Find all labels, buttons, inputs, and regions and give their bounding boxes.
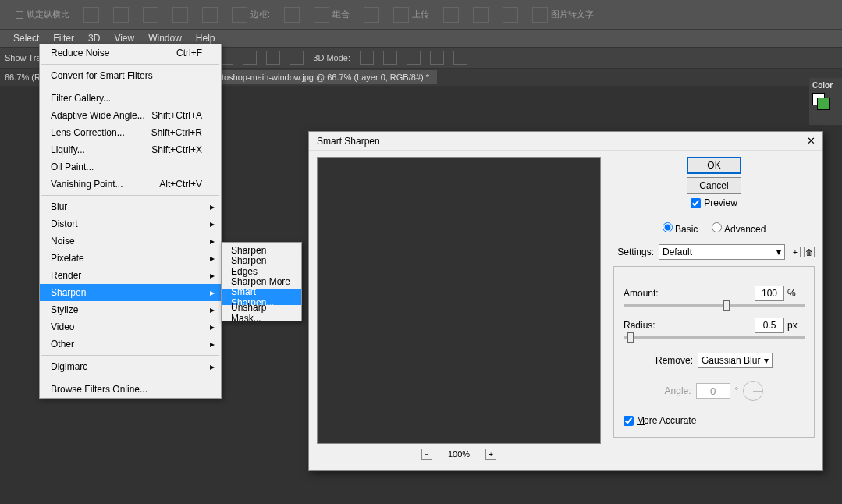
tool-icon-4[interactable] xyxy=(172,7,188,23)
tool-icon-7[interactable] xyxy=(364,7,379,23)
3d-mode-label: 3D Mode: xyxy=(313,53,350,62)
angle-dial xyxy=(743,381,763,401)
submenu-arrow-icon: ▸ xyxy=(210,270,215,281)
menu-lens-correction[interactable]: Lens Correction...Shift+Ctrl+R xyxy=(40,124,221,141)
tool-icon-3[interactable] xyxy=(143,7,158,23)
tool-icon-10[interactable] xyxy=(503,7,518,23)
menu-pixelate[interactable]: Pixelate▸ xyxy=(40,250,221,267)
opt-icon[interactable] xyxy=(243,51,257,65)
delete-preset-icon[interactable]: 🗑 xyxy=(804,247,815,257)
menu-digimarc[interactable]: Digimarc▸ xyxy=(40,358,221,375)
zoom-out-button[interactable]: − xyxy=(421,449,432,460)
menu-distort[interactable]: Distort▸ xyxy=(40,215,221,232)
opt-icon[interactable] xyxy=(290,51,304,65)
tool-icon-8[interactable] xyxy=(443,7,459,23)
menu-blur[interactable]: Blur▸ xyxy=(40,198,221,215)
menu-adaptive-wide-angle[interactable]: Adaptive Wide Angle...Shift+Ctrl+A xyxy=(40,107,221,124)
tool-icon-6[interactable] xyxy=(284,7,300,23)
menu-reduce-noise[interactable]: Reduce NoiseCtrl+F xyxy=(40,44,221,62)
amount-slider[interactable] xyxy=(624,304,805,307)
submenu-arrow-icon: ▸ xyxy=(210,339,215,350)
tool-icon-9[interactable] xyxy=(473,7,489,23)
radius-unit: px xyxy=(787,320,805,331)
dialog-title: Smart Sharpen xyxy=(317,136,380,147)
angle-input xyxy=(696,383,730,399)
settings-preset-select[interactable]: Default▾ xyxy=(659,244,785,260)
smart-sharpen-dialog: Smart Sharpen ✕ − 100% + OK Cancel Previ… xyxy=(308,131,823,471)
submenu-unsharp-mask[interactable]: Unsharp Mask... xyxy=(222,305,301,321)
more-accurate-checkbox[interactable] xyxy=(624,416,634,426)
more-accurate-label: More Accurate xyxy=(637,415,696,426)
submenu-arrow-icon: ▸ xyxy=(210,236,215,247)
color-panel-title: Color xyxy=(812,81,839,90)
filter-menu: Reduce NoiseCtrl+F Convert for Smart Fil… xyxy=(39,44,222,399)
submenu-arrow-icon: ▸ xyxy=(210,287,215,298)
chevron-down-icon: ▾ xyxy=(764,355,769,366)
combine-option[interactable]: 组合 xyxy=(314,7,350,23)
upload-option[interactable]: 上传 xyxy=(393,7,429,23)
close-icon[interactable]: ✕ xyxy=(804,134,818,148)
tool-icon-2[interactable] xyxy=(113,7,129,23)
document-tab[interactable]: -photoshop-main-window.jpg @ 66.7% (Laye… xyxy=(197,70,437,84)
3d-icon[interactable] xyxy=(453,51,467,65)
3d-icon[interactable] xyxy=(407,51,421,65)
menu-filter-gallery[interactable]: Filter Gallery... xyxy=(40,90,221,107)
submenu-arrow-icon: ▸ xyxy=(210,201,215,212)
3d-icon[interactable] xyxy=(360,51,374,65)
sharpen-submenu: Sharpen Sharpen Edges Sharpen More Smart… xyxy=(221,242,302,321)
radius-slider[interactable] xyxy=(624,336,805,339)
submenu-arrow-icon: ▸ xyxy=(210,321,215,332)
amount-label: Amount: xyxy=(624,288,664,299)
submenu-arrow-icon: ▸ xyxy=(210,304,215,315)
3d-icon[interactable] xyxy=(430,51,444,65)
radius-input[interactable] xyxy=(755,318,784,333)
menu-render[interactable]: Render▸ xyxy=(40,267,221,284)
submenu-sharpen-edges[interactable]: Sharpen Edges xyxy=(222,258,301,274)
3d-icon[interactable] xyxy=(383,51,397,65)
menu-browse-filters[interactable]: Browse Filters Online... xyxy=(40,381,221,398)
radius-label: Radius: xyxy=(624,320,664,331)
amount-input[interactable] xyxy=(755,286,784,301)
submenu-arrow-icon: ▸ xyxy=(210,218,215,229)
tool-icon-1[interactable] xyxy=(83,7,99,23)
amount-unit: % xyxy=(787,288,805,299)
ok-button[interactable]: OK xyxy=(687,157,741,174)
opt-icon[interactable] xyxy=(266,51,280,65)
chevron-down-icon: ▾ xyxy=(776,247,781,257)
angle-label: Angle: xyxy=(665,385,691,396)
tool-icon-5[interactable] xyxy=(202,7,218,23)
color-swatch[interactable] xyxy=(812,93,830,110)
save-preset-icon[interactable]: + xyxy=(790,247,801,257)
img2text-option[interactable]: 图片转文字 xyxy=(532,7,594,23)
preview-image xyxy=(317,157,601,444)
menu-stylize[interactable]: Stylize▸ xyxy=(40,301,221,318)
zoom-level: 100% xyxy=(448,449,470,459)
menu-other[interactable]: Other▸ xyxy=(40,335,221,353)
settings-label: Settings: xyxy=(613,247,654,257)
zoom-in-button[interactable]: + xyxy=(485,449,496,460)
preview-checkbox[interactable] xyxy=(691,198,701,208)
menu-liquify[interactable]: Liquify...Shift+Ctrl+X xyxy=(40,141,221,158)
menu-video[interactable]: Video▸ xyxy=(40,318,221,335)
cancel-button[interactable]: Cancel xyxy=(687,177,741,194)
color-panel[interactable]: Color xyxy=(809,78,842,125)
lock-ratio-option[interactable]: 锁定纵横比 xyxy=(16,9,69,20)
advanced-radio[interactable]: Advanced xyxy=(712,222,766,235)
submenu-arrow-icon: ▸ xyxy=(210,361,215,372)
menu-vanishing-point[interactable]: Vanishing Point...Alt+Ctrl+V xyxy=(40,176,221,193)
basic-radio[interactable]: Basic xyxy=(663,222,698,235)
remove-label: Remove: xyxy=(655,355,693,366)
menu-convert-smart[interactable]: Convert for Smart Filters xyxy=(40,67,221,84)
submenu-arrow-icon: ▸ xyxy=(210,253,215,264)
remove-select[interactable]: Gaussian Blur▾ xyxy=(698,353,773,368)
menu-noise[interactable]: Noise▸ xyxy=(40,232,221,250)
top-toolbar: 锁定纵横比 边框: 组合 上传 图片转文字 xyxy=(0,0,842,30)
menu-sharpen[interactable]: Sharpen▸ xyxy=(40,284,221,301)
preview-label: Preview xyxy=(704,197,737,208)
border-option[interactable]: 边框: xyxy=(232,7,270,23)
menu-oil-paint[interactable]: Oil Paint... xyxy=(40,158,221,176)
